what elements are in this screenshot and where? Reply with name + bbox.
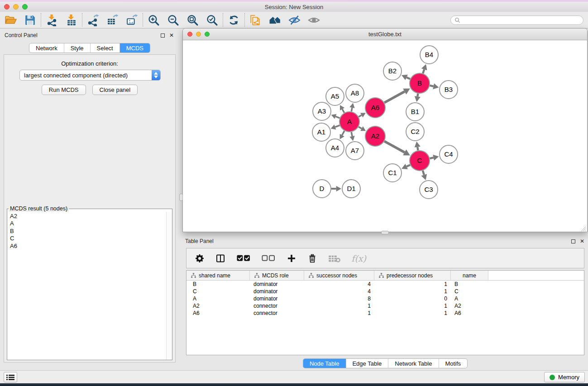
graph-node-A5[interactable]: A5 xyxy=(326,87,344,105)
graph-edge-B-B3[interactable] xyxy=(430,86,433,86)
graph-node-C3[interactable]: C3 xyxy=(420,181,438,199)
graph-edge-C-C4[interactable] xyxy=(430,157,433,158)
graph-node-A4[interactable]: A4 xyxy=(326,139,344,157)
settings-icon[interactable] xyxy=(195,253,205,264)
graph-node-A3[interactable]: A3 xyxy=(313,102,331,120)
export-network-icon[interactable] xyxy=(86,14,100,27)
graph-edge-A-A4[interactable] xyxy=(342,131,344,135)
graph-node-B3[interactable]: B3 xyxy=(440,81,458,99)
graph-edge-A-A2[interactable] xyxy=(359,127,362,129)
graph-node-D[interactable]: D xyxy=(313,180,331,198)
tab-node-table[interactable]: Node Table xyxy=(303,359,346,368)
refresh-icon[interactable] xyxy=(227,14,240,27)
zoom-out-icon[interactable] xyxy=(167,14,180,27)
graph-edge-B-B2[interactable] xyxy=(406,77,410,79)
graph-edge-B-B1[interactable] xyxy=(417,94,418,97)
zoom-selected-icon[interactable] xyxy=(206,14,219,27)
mcds-result-item[interactable]: A xyxy=(8,220,166,227)
table-row[interactable]: Bdominator41B xyxy=(186,281,584,288)
graph-edge-A-A3[interactable] xyxy=(335,116,339,118)
run-mcds-button[interactable]: Run MCDS xyxy=(42,85,86,95)
tab-mcds[interactable]: MCDS xyxy=(120,43,150,52)
graph-node-A[interactable]: A xyxy=(339,112,359,132)
graph-edge-C-C3[interactable] xyxy=(423,171,424,175)
graph-edge-A-A1[interactable] xyxy=(335,125,339,127)
graph-node-D1[interactable]: D1 xyxy=(342,180,360,198)
open-file-icon[interactable] xyxy=(4,14,17,27)
column-header-predecessor-nodes[interactable]: predecessor nodes xyxy=(374,271,451,280)
import-table-icon[interactable] xyxy=(65,14,78,27)
graph-node-B4[interactable]: B4 xyxy=(420,46,438,64)
float-table-panel-icon[interactable] xyxy=(571,239,575,243)
graph-edge-A-A6[interactable] xyxy=(359,115,362,117)
criterion-dropdown[interactable]: largest connected component (directed) xyxy=(19,70,161,81)
graph-edge-A-A5[interactable] xyxy=(342,109,344,113)
resize-grip-icon[interactable] xyxy=(581,225,587,231)
close-table-panel-icon[interactable]: ✕ xyxy=(580,239,584,243)
graph-edge-B-B4[interactable] xyxy=(423,69,424,73)
horizontal-splitter-handle[interactable] xyxy=(381,231,389,234)
mcds-result-item[interactable]: A2 xyxy=(8,213,166,220)
graph-node-B2[interactable]: B2 xyxy=(383,62,402,80)
graph-edge-A6-B[interactable] xyxy=(384,91,405,103)
memory-button[interactable]: Memory xyxy=(544,372,585,382)
table-row[interactable]: Adominator80A xyxy=(186,295,584,302)
save-session-icon[interactable] xyxy=(24,14,37,27)
close-panel-icon[interactable]: ✕ xyxy=(169,33,174,38)
zoom-fit-icon[interactable] xyxy=(186,14,199,27)
tab-network-table[interactable]: Network Table xyxy=(388,359,439,368)
tab-motifs[interactable]: Motifs xyxy=(439,359,467,368)
result-scrollbar[interactable] xyxy=(166,212,172,360)
tab-select[interactable]: Select xyxy=(91,43,120,52)
export-image-icon[interactable] xyxy=(125,14,139,27)
graph-node-B[interactable]: B xyxy=(410,73,430,93)
vertical-splitter-handle[interactable] xyxy=(179,194,183,201)
graph-node-C1[interactable]: C1 xyxy=(383,164,402,182)
graph-node-B1[interactable]: B1 xyxy=(406,103,424,121)
tab-edge-table[interactable]: Edge Table xyxy=(346,359,388,368)
graph-node-A2[interactable]: A2 xyxy=(365,126,385,146)
export-table-icon[interactable] xyxy=(106,14,119,27)
graph-node-A7[interactable]: A7 xyxy=(346,142,364,160)
column-header-shared-name[interactable]: shared name xyxy=(186,271,250,280)
network-canvas[interactable]: AA1A2A3A4A5A6A7A8BB1B2B3B4CC1C2C3C4DD1 xyxy=(183,40,587,232)
delete-column-icon[interactable] xyxy=(307,253,317,264)
search-box[interactable] xyxy=(450,15,583,25)
new-network-icon[interactable] xyxy=(249,14,262,27)
zoom-in-icon[interactable] xyxy=(147,14,160,27)
table-row[interactable]: A6connector11A6 xyxy=(186,310,584,317)
import-network-icon[interactable] xyxy=(45,14,58,27)
mcds-result-item[interactable]: A6 xyxy=(8,243,166,250)
deselect-all-icon[interactable] xyxy=(261,253,275,264)
graph-edge-C-C1[interactable] xyxy=(406,165,410,167)
task-history-button[interactable] xyxy=(4,372,17,382)
add-column-icon[interactable] xyxy=(287,253,296,264)
graph-node-C[interactable]: C xyxy=(410,151,430,171)
mcds-result-item[interactable]: B xyxy=(8,228,166,235)
columns-icon[interactable] xyxy=(215,253,225,264)
graph-node-A1[interactable]: A1 xyxy=(312,123,330,141)
mcds-result-list[interactable]: A2ABCA6 xyxy=(8,213,166,359)
table-row[interactable]: A2connector11A2 xyxy=(186,302,584,310)
column-header-name[interactable]: name xyxy=(451,271,488,280)
tab-network[interactable]: Network xyxy=(29,43,64,52)
float-panel-icon[interactable] xyxy=(161,33,165,38)
table-row[interactable]: Cdominator41C xyxy=(186,288,584,295)
graph-edge-C-C2[interactable] xyxy=(417,147,418,151)
tab-style[interactable]: Style xyxy=(64,43,91,52)
column-header-successor-nodes[interactable]: successor nodes xyxy=(304,271,374,280)
hide-visual-icon[interactable] xyxy=(288,14,301,27)
close-panel-button[interactable]: Close panel xyxy=(92,85,138,95)
column-header-MCDS-role[interactable]: MCDS role xyxy=(250,271,304,280)
select-all-icon[interactable] xyxy=(236,253,250,264)
show-visual-icon[interactable] xyxy=(307,14,320,27)
graph-node-C4[interactable]: C4 xyxy=(440,145,458,163)
graph-node-A6[interactable]: A6 xyxy=(365,98,385,118)
graph-node-A8[interactable]: A8 xyxy=(346,84,364,102)
graph-node-C2[interactable]: C2 xyxy=(406,123,424,141)
mcds-result-item[interactable]: C xyxy=(8,235,166,242)
graph-edge-A-A7[interactable] xyxy=(351,132,352,136)
graph-edge-A-A8[interactable] xyxy=(351,108,352,112)
search-input[interactable] xyxy=(463,16,579,24)
home-icon[interactable] xyxy=(268,14,282,27)
